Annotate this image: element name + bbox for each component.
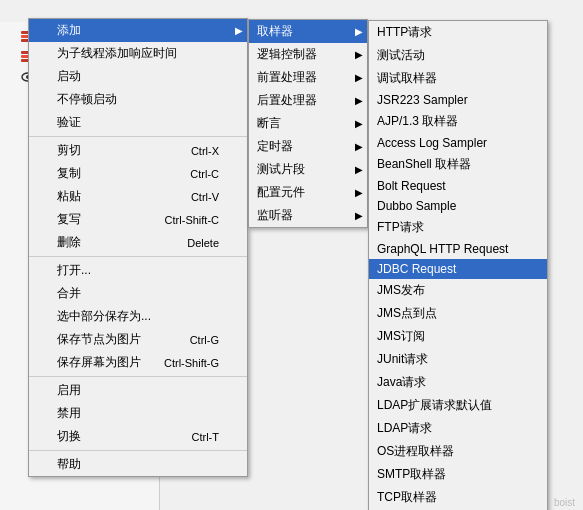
menu-l3-item-beanshell-sampler[interactable]: BeanShell 取样器 xyxy=(369,153,547,176)
l2-arrow-assertion: ▶ xyxy=(355,118,363,129)
menu-item-toggle[interactable]: 切换 Ctrl-T xyxy=(29,425,247,448)
menu-l2-item-test-fragment[interactable]: 测试片段 ▶ xyxy=(249,158,367,181)
divider-2 xyxy=(29,256,247,257)
menu-item-add-time[interactable]: 为子线程添加响应时间 xyxy=(29,42,247,65)
add-icon xyxy=(37,23,53,39)
menu-l3-graphql-http-request-label: GraphQL HTTP Request xyxy=(377,242,519,256)
menu-l3-item-jdbc-request[interactable]: JDBC Request xyxy=(369,259,547,279)
menu-item-disable-label: 禁用 xyxy=(57,405,219,422)
menu-l3-item-ajp-sampler[interactable]: AJP/1.3 取样器 xyxy=(369,110,547,133)
menu-l3-item-smtp-sampler[interactable]: SMTP取样器 xyxy=(369,463,547,486)
menu-l3-ldap-request-label: LDAP请求 xyxy=(377,420,519,437)
shortcut-delete: Delete xyxy=(187,237,219,249)
menu-item-help[interactable]: 帮助 xyxy=(29,453,247,476)
menu-item-merge-label: 合并 xyxy=(57,285,219,302)
blank-icon-9 xyxy=(37,235,53,251)
menu-l3-dubbo-sample-label: Dubbo Sample xyxy=(377,199,519,213)
menu-l2-item-sampler[interactable]: 取样器 ▶ xyxy=(249,20,367,43)
menu-l3-beanshell-sampler-label: BeanShell 取样器 xyxy=(377,156,519,173)
menu-item-start-no-pause[interactable]: 不停顿启动 xyxy=(29,88,247,111)
menu-item-add[interactable]: 添加 ▶ xyxy=(29,19,247,42)
menu-l3-item-junit-request[interactable]: JUnit请求 xyxy=(369,348,547,371)
blank-icon-7 xyxy=(37,189,53,205)
blank-icon-8 xyxy=(37,212,53,228)
l2-arrow-timer: ▶ xyxy=(355,141,363,152)
blank-icon-13 xyxy=(37,332,53,348)
menu-item-disable[interactable]: 禁用 xyxy=(29,402,247,425)
menu-l3-item-ftp-request[interactable]: FTP请求 xyxy=(369,216,547,239)
shortcut-toggle: Ctrl-T xyxy=(192,431,220,443)
menu-l3-java-request-label: Java请求 xyxy=(377,374,519,391)
menu-l2-test-fragment-label: 测试片段 xyxy=(257,161,339,178)
blank-icon-16 xyxy=(37,406,53,422)
menu-item-merge[interactable]: 合并 xyxy=(29,282,247,305)
menu-item-paste[interactable]: 粘贴 Ctrl-V xyxy=(29,185,247,208)
menu-l2-timer-label: 定时器 xyxy=(257,138,339,155)
blank-icon-12 xyxy=(37,309,53,325)
menu-l2-item-assertion[interactable]: 断言 ▶ xyxy=(249,112,367,135)
menu-l3-item-debug-sampler[interactable]: 调试取样器 xyxy=(369,67,547,90)
menu-item-start[interactable]: 启动 xyxy=(29,65,247,88)
blank-icon-5 xyxy=(37,143,53,159)
menu-l3-item-test-action[interactable]: 测试活动 xyxy=(369,44,547,67)
menu-item-save-part[interactable]: 选中部分保存为... xyxy=(29,305,247,328)
menu-l3-item-graphql-http-request[interactable]: GraphQL HTTP Request xyxy=(369,239,547,259)
menu-item-save-node-img-label: 保存节点为图片 xyxy=(57,331,170,348)
menu-l3-item-java-request[interactable]: Java请求 xyxy=(369,371,547,394)
menu-l2-pre-processor-label: 前置处理器 xyxy=(257,69,339,86)
menu-l3-smtp-sampler-label: SMTP取样器 xyxy=(377,466,519,483)
menu-item-copy[interactable]: 复制 Ctrl-C xyxy=(29,162,247,185)
menu-l2-logic-ctrl-label: 逻辑控制器 xyxy=(257,46,339,63)
menu-l3-item-os-process[interactable]: OS进程取样器 xyxy=(369,440,547,463)
menu-l3-item-bolt-request[interactable]: Bolt Request xyxy=(369,176,547,196)
divider-4 xyxy=(29,450,247,451)
menu-l3-item-jms-publish[interactable]: JMS发布 xyxy=(369,279,547,302)
shortcut-save-screen-img: Ctrl-Shift-G xyxy=(164,357,219,369)
l2-arrow-config: ▶ xyxy=(355,187,363,198)
menu-l2-item-config-element[interactable]: 配置元件 ▶ xyxy=(249,181,367,204)
menu-item-enable[interactable]: 启用 xyxy=(29,379,247,402)
shortcut-paste: Ctrl-V xyxy=(191,191,219,203)
blank-icon-18 xyxy=(37,457,53,473)
menu-item-add-label: 添加 xyxy=(57,22,219,39)
menu-item-save-node-img[interactable]: 保存节点为图片 Ctrl-G xyxy=(29,328,247,351)
menu-l3-test-action-label: 测试活动 xyxy=(377,47,519,64)
menu-item-open[interactable]: 打开... xyxy=(29,259,247,282)
menu-l3-item-http-request[interactable]: HTTP请求 xyxy=(369,21,547,44)
menu-item-paste-label: 粘贴 xyxy=(57,188,171,205)
menu-l2-item-timer[interactable]: 定时器 ▶ xyxy=(249,135,367,158)
menu-l3-item-ldap-extended[interactable]: LDAP扩展请求默认值 xyxy=(369,394,547,417)
divider-1 xyxy=(29,136,247,137)
menu-item-cut[interactable]: 剪切 Ctrl-X xyxy=(29,139,247,162)
menu-l2-assertion-label: 断言 xyxy=(257,115,339,132)
menu-l2-config-element-label: 配置元件 xyxy=(257,184,339,201)
menu-item-save-screen-img[interactable]: 保存屏幕为图片 Ctrl-Shift-G xyxy=(29,351,247,374)
menu-l3-ftp-request-label: FTP请求 xyxy=(377,219,519,236)
menu-l3-item-jms-subscribe[interactable]: JMS订阅 xyxy=(369,325,547,348)
menu-l2-post-processor-label: 后置处理器 xyxy=(257,92,339,109)
menu-item-copy-label: 复制 xyxy=(57,165,170,182)
menu-l3-debug-sampler-label: 调试取样器 xyxy=(377,70,519,87)
menu-l3-item-dubbo-sample[interactable]: Dubbo Sample xyxy=(369,196,547,216)
menu-l3-item-tcp-sampler[interactable]: TCP取样器 xyxy=(369,486,547,509)
menu-l3-access-log-sampler-label: Access Log Sampler xyxy=(377,136,519,150)
menu-item-enable-label: 启用 xyxy=(57,382,219,399)
l2-arrow-pre: ▶ xyxy=(355,72,363,83)
menu-item-save-part-label: 选中部分保存为... xyxy=(57,308,219,325)
menu-l3-item-access-log-sampler[interactable]: Access Log Sampler xyxy=(369,133,547,153)
menu-l3-item-jms-point[interactable]: JMS点到点 xyxy=(369,302,547,325)
menu-item-delete[interactable]: 删除 Delete xyxy=(29,231,247,254)
menu-l2-item-pre-processor[interactable]: 前置处理器 ▶ xyxy=(249,66,367,89)
menu-l2-item-post-processor[interactable]: 后置处理器 ▶ xyxy=(249,89,367,112)
menu-item-validate[interactable]: 验证 xyxy=(29,111,247,134)
menu-l2-item-logic-ctrl[interactable]: 逻辑控制器 ▶ xyxy=(249,43,367,66)
watermark-text: boist xyxy=(554,497,575,508)
menu-l2-item-listener[interactable]: 监听器 ▶ xyxy=(249,204,367,227)
menu-l3-item-jsr223-sampler[interactable]: JSR223 Sampler xyxy=(369,90,547,110)
menu-l3-ajp-sampler-label: AJP/1.3 取样器 xyxy=(377,113,519,130)
menu-l3-junit-request-label: JUnit请求 xyxy=(377,351,519,368)
shortcut-copy: Ctrl-C xyxy=(190,168,219,180)
menu-item-rewrite[interactable]: 复写 Ctrl-Shift-C xyxy=(29,208,247,231)
menu-l3-bolt-request-label: Bolt Request xyxy=(377,179,519,193)
menu-l3-item-ldap-request[interactable]: LDAP请求 xyxy=(369,417,547,440)
